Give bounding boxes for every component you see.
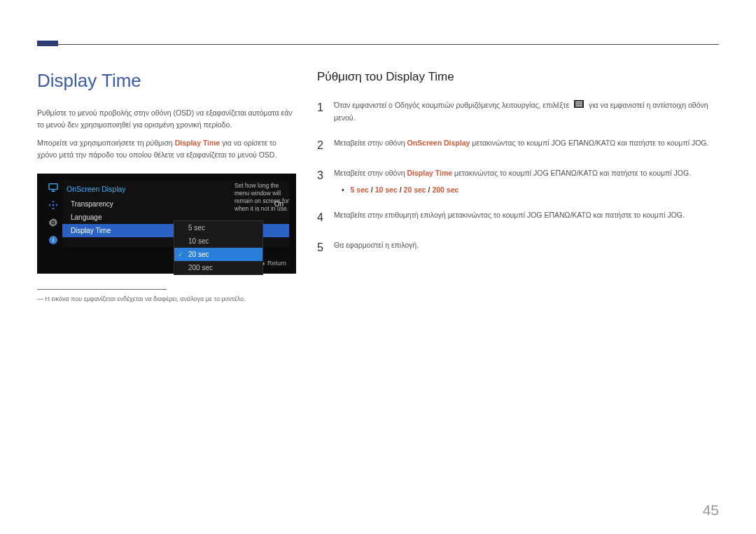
menu-icon (574, 99, 584, 112)
header-divider (37, 43, 719, 45)
osd-popup-item: 5 sec (174, 221, 262, 234)
option-sep: / (369, 185, 375, 194)
step-2-post: μετακινώντας το κουμπί JOG ΕΠΑΝΩ/ΚΑΤΩ κα… (470, 139, 708, 147)
step-3-post: μετακινώντας το κουμπί JOG ΕΠΑΝΩ/ΚΑΤΩ κα… (452, 169, 691, 177)
option-sep: / (398, 185, 404, 194)
osd-popup-item: 10 sec (174, 234, 262, 248)
info-icon: i (46, 233, 60, 247)
right-column: Ρύθμιση του Display Time 1 Όταν εμφανιστ… (317, 70, 719, 302)
intro-2-pre: Μπορείτε να χρησιμοποιήσετε τη ρύθμιση (37, 139, 175, 147)
osd-popup-item-selected: 20 sec (174, 248, 262, 261)
svg-rect-0 (49, 184, 57, 190)
step-body: Θα εφαρμοστεί η επιλογή. (334, 238, 719, 257)
arrows-icon (46, 198, 60, 212)
osd-popup: 5 sec 10 sec 20 sec 200 sec (174, 220, 263, 275)
footnote-text: Η εικόνα που εμφανίζεται ενδέχεται να δι… (46, 295, 246, 302)
svg-point-4 (52, 222, 55, 224)
intro-paragraph-2: Μπορείτε να χρησιμοποιήσετε τη ρύθμιση D… (37, 137, 296, 162)
option-1: 5 sec (351, 185, 369, 194)
step-number: 3 (317, 166, 334, 197)
footnote-divider (37, 289, 167, 290)
svg-rect-10 (575, 106, 582, 106)
step-body: Μεταβείτε στην οθόνη Display Time μετακι… (334, 166, 719, 197)
option-2: 10 sec (375, 185, 398, 194)
osd-sidebar: i (44, 181, 62, 247)
left-column: Display Time Ρυθμίστε το μενού προβολής … (37, 70, 296, 302)
option-4: 200 sec (432, 185, 458, 194)
step-2: 2 Μεταβείτε στην οθόνη OnScreen Display … (317, 136, 719, 155)
step-1-pre: Όταν εμφανιστεί ο Οδηγός κουμπιών ρυθμιζ… (334, 101, 571, 109)
steps-list: 1 Όταν εμφανιστεί ο Οδηγός κουμπιών ρυθμ… (317, 98, 719, 257)
svg-rect-9 (575, 104, 582, 104)
step-3-highlight: Display Time (407, 169, 452, 177)
footnote: ― Η εικόνα που εμφανίζεται ενδέχεται να … (37, 295, 296, 302)
step-1: 1 Όταν εμφανιστεί ο Οδηγός κουμπιών ρυθμ… (317, 98, 719, 125)
step-4: 4 Μεταβείτε στην επιθυμητή επιλογή μετακ… (317, 208, 719, 227)
step-number: 5 (317, 238, 334, 257)
step-2-highlight: OnScreen Display (407, 139, 470, 147)
step-number: 4 (317, 208, 334, 227)
step-number: 1 (317, 98, 334, 125)
osd-help-text: Set how long the menu window will remain… (234, 182, 289, 213)
step-2-pre: Μεταβείτε στην οθόνη (334, 139, 407, 147)
osd-item-label: Display Time (71, 227, 111, 234)
page-content: Display Time Ρυθμίστε το μενού προβολής … (37, 70, 719, 302)
osd-item-label: Language (71, 213, 102, 221)
step-5: 5 Θα εφαρμοστεί η επιλογή. (317, 238, 719, 257)
subsection-title: Ρύθμιση του Display Time (317, 70, 719, 84)
step-3: 3 Μεταβείτε στην οθόνη Display Time μετα… (317, 166, 719, 197)
page-number: 45 (703, 502, 719, 519)
osd-popup-item: 200 sec (174, 261, 262, 274)
step-body: Όταν εμφανιστεί ο Οδηγός κουμπιών ρυθμιζ… (334, 98, 719, 125)
osd-item-label: Transparency (71, 200, 113, 208)
bullet: • (342, 185, 349, 194)
svg-text:i: i (52, 237, 55, 244)
options-line: • 5 sec / 10 sec / 20 sec / 200 sec (342, 184, 719, 197)
svg-rect-1 (52, 204, 55, 206)
svg-rect-8 (575, 101, 582, 102)
option-3: 20 sec (404, 185, 426, 194)
osd-screenshot: i OnScreen Display Transparency On Langu… (37, 174, 296, 274)
monitor-icon (46, 181, 60, 195)
step-body: Μεταβείτε στην επιθυμητή επιλογή μετακιν… (334, 208, 719, 227)
gear-icon (46, 216, 60, 230)
step-body: Μεταβείτε στην οθόνη OnScreen Display με… (334, 136, 719, 155)
intro-2-highlight: Display Time (175, 139, 220, 147)
section-title: Display Time (37, 70, 296, 92)
intro-paragraph-1: Ρυθμίστε το μενού προβολής στην οθόνη (O… (37, 107, 296, 132)
step-3-pre: Μεταβείτε στην οθόνη (334, 169, 407, 177)
step-number: 2 (317, 136, 334, 155)
